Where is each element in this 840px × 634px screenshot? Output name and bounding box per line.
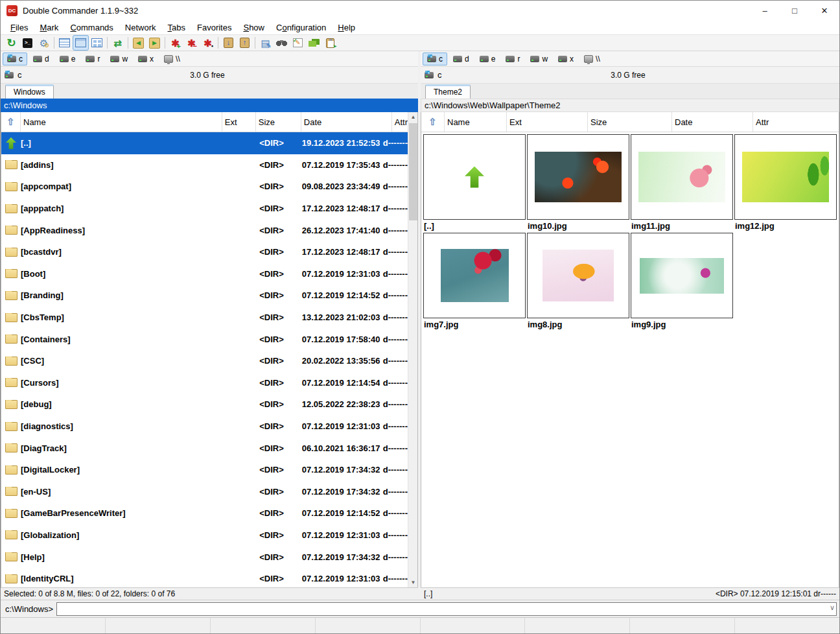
drive-button[interactable]: e — [55, 53, 80, 65]
table-row[interactable]: [en-US] <DIR> 07.12.2019 17:34:32 d-----… — [1, 481, 408, 503]
function-key-button[interactable] — [210, 618, 315, 633]
function-key-button[interactable] — [420, 618, 525, 633]
function-key-button[interactable] — [1, 618, 105, 633]
toolbar-button[interactable] — [105, 35, 110, 51]
refresh-icon[interactable]: ↻ — [3, 35, 19, 51]
scroll-down-icon[interactable]: ▼ — [408, 578, 418, 587]
thumbnail-item[interactable]: img10.jpg — [527, 134, 629, 232]
table-row[interactable]: [appcompat] <DIR> 09.08.2023 23:34:49 d-… — [1, 176, 408, 198]
multi-rename-icon[interactable]: ▤ — [257, 35, 274, 51]
table-row[interactable]: [Globalization] <DIR> 07.12.2019 12:31:0… — [1, 524, 408, 546]
drive-button[interactable]: x — [134, 53, 158, 65]
command-input[interactable] — [56, 602, 837, 616]
back-icon[interactable]: ◀ — [130, 35, 146, 51]
thumbnail-item[interactable]: img8.jpg — [527, 233, 629, 331]
nav-button[interactable] — [366, 69, 380, 82]
scrollbar-thumb[interactable] — [409, 123, 417, 220]
menu-item[interactable]: Files — [5, 21, 34, 34]
table-row[interactable]: [Boot] <DIR> 07.12.2019 12:31:03 d------… — [1, 263, 408, 285]
drive-button[interactable]: x — [554, 53, 578, 65]
thumbnail-item[interactable]: img7.jpg — [423, 233, 526, 331]
table-row[interactable]: [DiagTrack] <DIR> 06.10.2021 16:36:17 d-… — [1, 437, 408, 459]
menu-item[interactable]: Tabs — [162, 21, 191, 34]
drive-button[interactable]: d — [29, 53, 54, 65]
nav-button[interactable] — [788, 69, 802, 82]
nav-button[interactable] — [754, 69, 768, 82]
pack-icon[interactable]: ↓ — [220, 35, 237, 51]
menu-item[interactable]: Help — [332, 21, 361, 34]
column-header-name[interactable]: Name — [21, 112, 222, 132]
toolbar-button[interactable] — [253, 35, 257, 51]
nav-button[interactable] — [383, 69, 397, 82]
minimize-button[interactable]: – — [750, 1, 780, 20]
column-header-size[interactable]: Size — [588, 112, 672, 132]
toolbar-button[interactable] — [216, 35, 220, 51]
column-header-attr[interactable]: Attr — [753, 112, 839, 132]
table-row[interactable]: [DigitalLocker] <DIR> 07.12.2019 17:34:3… — [1, 459, 408, 481]
table-row[interactable]: [Branding] <DIR> 07.12.2019 12:14:52 d--… — [1, 285, 408, 307]
select-group-icon[interactable]: ✱ — [167, 35, 183, 51]
table-row[interactable]: [diagnostics] <DIR> 07.12.2019 12:31:03 … — [1, 416, 408, 438]
thumbnail-item[interactable]: img9.jpg — [631, 233, 733, 331]
menu-item[interactable]: Commands — [64, 21, 119, 34]
clipboard-icon[interactable] — [322, 35, 338, 51]
nav-button[interactable] — [771, 69, 785, 82]
thumbnail-item[interactable]: img12.jpg — [734, 134, 837, 232]
forward-icon[interactable]: ▶ — [146, 35, 163, 51]
column-header-ext[interactable]: Ext — [507, 112, 588, 132]
nav-button[interactable] — [804, 69, 819, 82]
close-button[interactable]: ✕ — [810, 1, 839, 20]
function-key-button[interactable] — [105, 618, 210, 633]
sync-dirs-icon[interactable] — [306, 35, 322, 51]
menu-item[interactable]: Favorites — [191, 21, 237, 34]
right-path-bar[interactable]: c:\Windows\Web\Wallpaper\Theme2 — [421, 99, 839, 112]
function-key-button[interactable] — [524, 618, 629, 633]
drive-button[interactable]: w — [106, 53, 132, 65]
terminal-icon[interactable]: >_ — [19, 35, 36, 51]
tab-theme2[interactable]: Theme2 — [425, 84, 471, 99]
function-key-button[interactable] — [315, 618, 420, 633]
menu-item[interactable]: Network — [119, 21, 162, 34]
table-row[interactable]: [AppReadiness] <DIR> 26.12.2023 17:41:40… — [1, 219, 408, 241]
history-dropdown-icon[interactable]: ∨ — [830, 604, 835, 612]
column-header-date[interactable]: Date — [301, 112, 392, 132]
column-header-name[interactable]: Name — [445, 112, 507, 132]
drive-button[interactable]: e — [475, 53, 500, 65]
brief-view-icon[interactable] — [56, 35, 73, 51]
table-row[interactable]: [Containers] <DIR> 07.12.2019 17:58:40 d… — [1, 328, 408, 350]
tab-windows[interactable]: Windows — [5, 84, 54, 99]
drive-button[interactable]: r — [81, 53, 104, 65]
swap-panels-icon[interactable]: ⇄ — [110, 35, 126, 51]
extract-icon[interactable]: ↑ — [237, 35, 253, 51]
function-key-button[interactable] — [629, 618, 734, 633]
table-row[interactable]: [apppatch] <DIR> 17.12.2023 12:48:17 d--… — [1, 198, 408, 220]
invert-selection-icon[interactable]: ✱ — [200, 35, 216, 51]
nav-button[interactable] — [821, 69, 835, 82]
table-row[interactable]: [IdentityCRL] <DIR> 07.12.2019 12:31:03 … — [1, 568, 408, 587]
drive-button[interactable]: c — [3, 53, 27, 65]
thumbnails-view-icon[interactable] — [89, 35, 105, 51]
toolbar-button[interactable] — [52, 35, 56, 51]
table-row[interactable]: [CbsTemp] <DIR> 13.12.2023 21:02:03 d---… — [1, 307, 408, 329]
checksum-icon[interactable]: ✎ — [290, 35, 306, 51]
nav-button[interactable] — [332, 69, 347, 82]
sort-header[interactable]: ⇧ — [1, 112, 21, 132]
toolbar-button[interactable] — [126, 35, 130, 51]
menu-item[interactable]: Show — [237, 21, 270, 34]
function-key-button[interactable] — [734, 618, 839, 633]
left-path-bar[interactable]: c:\Windows — [1, 99, 418, 112]
table-row[interactable]: [Help] <DIR> 07.12.2019 17:34:32 d------… — [1, 546, 408, 568]
options-icon[interactable]: ⚙ — [36, 35, 52, 51]
scroll-up-icon[interactable]: ▲ — [408, 112, 418, 122]
unselect-group-icon[interactable]: ✱ — [183, 35, 200, 51]
menu-item[interactable]: Configuration — [270, 21, 332, 34]
column-header-ext[interactable]: Ext — [222, 112, 256, 132]
nav-button[interactable] — [400, 69, 414, 82]
network-button[interactable]: \\ — [159, 53, 185, 65]
table-row[interactable]: [GameBarPresenceWriter] <DIR> 07.12.2019… — [1, 502, 408, 524]
table-row[interactable]: [CSC] <DIR> 20.02.2022 13:35:56 d------- — [1, 350, 408, 372]
drive-button[interactable]: r — [501, 53, 524, 65]
maximize-button[interactable]: □ — [780, 1, 810, 20]
table-row[interactable]: [..] <DIR> 19.12.2023 21:52:53 d------- — [1, 132, 408, 154]
menu-item[interactable]: Mark — [34, 21, 64, 34]
